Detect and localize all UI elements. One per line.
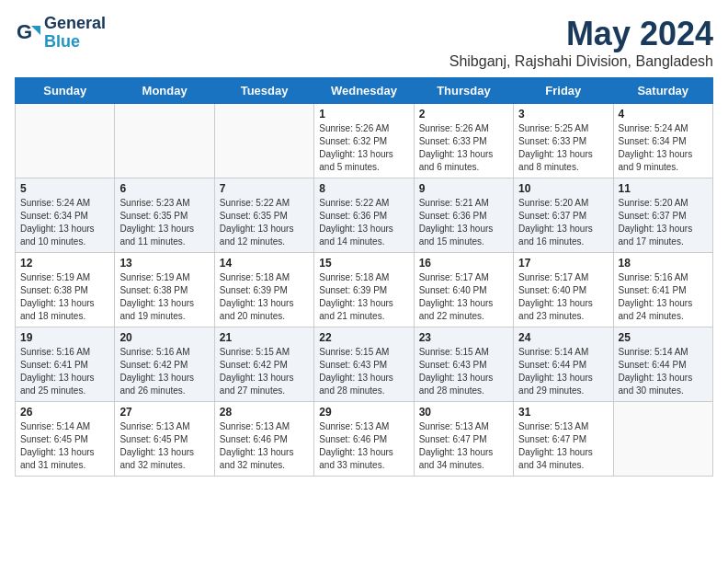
weekday-header: Saturday xyxy=(613,78,712,104)
weekday-header: Sunday xyxy=(16,78,115,104)
day-info: Sunrise: 5:18 AM Sunset: 6:39 PM Dayligh… xyxy=(220,271,309,323)
calendar-cell: 3Sunrise: 5:25 AM Sunset: 6:33 PM Daylig… xyxy=(514,104,613,178)
calendar-cell: 29Sunrise: 5:13 AM Sunset: 6:46 PM Dayli… xyxy=(314,402,414,477)
calendar-cell: 27Sunrise: 5:13 AM Sunset: 6:45 PM Dayli… xyxy=(115,402,214,477)
calendar-cell: 4Sunrise: 5:24 AM Sunset: 6:34 PM Daylig… xyxy=(613,104,712,178)
day-number: 4 xyxy=(619,108,708,121)
calendar-cell: 30Sunrise: 5:13 AM Sunset: 6:47 PM Dayli… xyxy=(414,402,513,477)
day-info: Sunrise: 5:26 AM Sunset: 6:33 PM Dayligh… xyxy=(419,122,508,174)
calendar-subtitle: Shibganj, Rajshahi Division, Bangladesh xyxy=(449,53,713,70)
calendar-cell: 15Sunrise: 5:18 AM Sunset: 6:39 PM Dayli… xyxy=(314,253,414,327)
svg-text:G: G xyxy=(17,20,32,43)
calendar-week-row: 26Sunrise: 5:14 AM Sunset: 6:45 PM Dayli… xyxy=(16,402,713,477)
weekday-header: Friday xyxy=(514,78,613,104)
day-number: 5 xyxy=(20,182,109,195)
calendar-title: May 2024 xyxy=(449,15,713,53)
calendar-cell: 1Sunrise: 5:26 AM Sunset: 6:32 PM Daylig… xyxy=(314,104,414,178)
day-number: 31 xyxy=(518,406,608,419)
calendar-cell: 11Sunrise: 5:20 AM Sunset: 6:37 PM Dayli… xyxy=(613,178,712,253)
day-info: Sunrise: 5:20 AM Sunset: 6:37 PM Dayligh… xyxy=(619,197,708,248)
day-info: Sunrise: 5:13 AM Sunset: 6:46 PM Dayligh… xyxy=(319,420,408,472)
day-number: 17 xyxy=(518,257,608,270)
day-info: Sunrise: 5:13 AM Sunset: 6:46 PM Dayligh… xyxy=(220,420,309,472)
calendar-cell: 13Sunrise: 5:19 AM Sunset: 6:38 PM Dayli… xyxy=(115,253,214,327)
calendar-cell: 6Sunrise: 5:23 AM Sunset: 6:35 PM Daylig… xyxy=(115,178,214,253)
calendar-cell: 17Sunrise: 5:17 AM Sunset: 6:40 PM Dayli… xyxy=(514,253,613,327)
day-number: 27 xyxy=(119,406,209,419)
calendar-cell: 22Sunrise: 5:15 AM Sunset: 6:43 PM Dayli… xyxy=(314,327,414,402)
page-header: G General Blue May 2024 Shibganj, Rajsha… xyxy=(15,15,713,70)
day-number: 10 xyxy=(518,182,608,195)
day-info: Sunrise: 5:24 AM Sunset: 6:34 PM Dayligh… xyxy=(20,197,109,248)
weekday-header: Wednesday xyxy=(314,78,414,104)
day-number: 13 xyxy=(119,257,209,270)
calendar-cell: 8Sunrise: 5:22 AM Sunset: 6:36 PM Daylig… xyxy=(314,178,414,253)
day-info: Sunrise: 5:15 AM Sunset: 6:43 PM Dayligh… xyxy=(319,346,408,397)
calendar-cell: 9Sunrise: 5:21 AM Sunset: 6:36 PM Daylig… xyxy=(414,178,513,253)
calendar-cell xyxy=(214,104,313,178)
svg-marker-1 xyxy=(31,26,40,35)
weekday-header: Monday xyxy=(115,78,214,104)
day-info: Sunrise: 5:14 AM Sunset: 6:45 PM Dayligh… xyxy=(20,420,109,472)
calendar-cell: 21Sunrise: 5:15 AM Sunset: 6:42 PM Dayli… xyxy=(214,327,313,402)
day-number: 6 xyxy=(119,182,209,195)
calendar-cell: 10Sunrise: 5:20 AM Sunset: 6:37 PM Dayli… xyxy=(514,178,613,253)
day-number: 25 xyxy=(619,331,708,344)
day-number: 15 xyxy=(319,257,408,270)
day-number: 24 xyxy=(518,331,608,344)
day-number: 28 xyxy=(220,406,309,419)
day-info: Sunrise: 5:15 AM Sunset: 6:42 PM Dayligh… xyxy=(220,346,309,397)
weekday-header: Tuesday xyxy=(214,78,313,104)
day-info: Sunrise: 5:19 AM Sunset: 6:38 PM Dayligh… xyxy=(20,271,109,323)
calendar-cell: 23Sunrise: 5:15 AM Sunset: 6:43 PM Dayli… xyxy=(414,327,513,402)
day-info: Sunrise: 5:19 AM Sunset: 6:38 PM Dayligh… xyxy=(119,271,209,323)
logo-text: General Blue xyxy=(44,15,106,52)
calendar-cell: 28Sunrise: 5:13 AM Sunset: 6:46 PM Dayli… xyxy=(214,402,313,477)
day-info: Sunrise: 5:16 AM Sunset: 6:41 PM Dayligh… xyxy=(619,271,708,323)
logo-line2: Blue xyxy=(44,33,106,52)
day-number: 1 xyxy=(319,108,408,121)
calendar-week-row: 5Sunrise: 5:24 AM Sunset: 6:34 PM Daylig… xyxy=(16,178,713,253)
calendar-cell: 24Sunrise: 5:14 AM Sunset: 6:44 PM Dayli… xyxy=(514,327,613,402)
day-info: Sunrise: 5:18 AM Sunset: 6:39 PM Dayligh… xyxy=(319,271,408,323)
calendar-week-row: 1Sunrise: 5:26 AM Sunset: 6:32 PM Daylig… xyxy=(16,104,713,178)
calendar-cell: 31Sunrise: 5:13 AM Sunset: 6:47 PM Dayli… xyxy=(514,402,613,477)
day-info: Sunrise: 5:23 AM Sunset: 6:35 PM Dayligh… xyxy=(119,197,209,248)
calendar-cell: 12Sunrise: 5:19 AM Sunset: 6:38 PM Dayli… xyxy=(16,253,115,327)
day-info: Sunrise: 5:22 AM Sunset: 6:36 PM Dayligh… xyxy=(319,197,408,248)
day-number: 22 xyxy=(319,331,408,344)
day-info: Sunrise: 5:25 AM Sunset: 6:33 PM Dayligh… xyxy=(518,122,608,174)
day-info: Sunrise: 5:16 AM Sunset: 6:41 PM Dayligh… xyxy=(20,346,109,397)
calendar-cell: 26Sunrise: 5:14 AM Sunset: 6:45 PM Dayli… xyxy=(16,402,115,477)
day-info: Sunrise: 5:20 AM Sunset: 6:37 PM Dayligh… xyxy=(518,197,608,248)
day-number: 9 xyxy=(419,182,508,195)
day-number: 18 xyxy=(619,257,708,270)
day-info: Sunrise: 5:17 AM Sunset: 6:40 PM Dayligh… xyxy=(419,271,508,323)
day-number: 8 xyxy=(319,182,408,195)
calendar-cell: 18Sunrise: 5:16 AM Sunset: 6:41 PM Dayli… xyxy=(613,253,712,327)
day-number: 14 xyxy=(220,257,309,270)
day-number: 29 xyxy=(319,406,408,419)
day-number: 3 xyxy=(518,108,608,121)
calendar-cell: 2Sunrise: 5:26 AM Sunset: 6:33 PM Daylig… xyxy=(414,104,513,178)
day-info: Sunrise: 5:13 AM Sunset: 6:45 PM Dayligh… xyxy=(119,420,209,472)
calendar-cell: 14Sunrise: 5:18 AM Sunset: 6:39 PM Dayli… xyxy=(214,253,313,327)
logo: G General Blue xyxy=(15,15,106,52)
calendar-cell: 19Sunrise: 5:16 AM Sunset: 6:41 PM Dayli… xyxy=(16,327,115,402)
day-info: Sunrise: 5:22 AM Sunset: 6:35 PM Dayligh… xyxy=(220,197,309,248)
day-number: 19 xyxy=(20,331,109,344)
calendar-table: SundayMondayTuesdayWednesdayThursdayFrid… xyxy=(15,77,713,477)
day-number: 21 xyxy=(220,331,309,344)
day-info: Sunrise: 5:13 AM Sunset: 6:47 PM Dayligh… xyxy=(419,420,508,472)
day-number: 2 xyxy=(419,108,508,121)
day-number: 11 xyxy=(619,182,708,195)
calendar-cell: 25Sunrise: 5:14 AM Sunset: 6:44 PM Dayli… xyxy=(613,327,712,402)
weekday-header: Thursday xyxy=(414,78,513,104)
day-info: Sunrise: 5:24 AM Sunset: 6:34 PM Dayligh… xyxy=(619,122,708,174)
calendar-cell: 16Sunrise: 5:17 AM Sunset: 6:40 PM Dayli… xyxy=(414,253,513,327)
day-info: Sunrise: 5:14 AM Sunset: 6:44 PM Dayligh… xyxy=(619,346,708,397)
title-block: May 2024 Shibganj, Rajshahi Division, Ba… xyxy=(449,15,713,70)
day-info: Sunrise: 5:21 AM Sunset: 6:36 PM Dayligh… xyxy=(419,197,508,248)
day-info: Sunrise: 5:13 AM Sunset: 6:47 PM Dayligh… xyxy=(518,420,608,472)
logo-line1: General xyxy=(44,15,106,33)
